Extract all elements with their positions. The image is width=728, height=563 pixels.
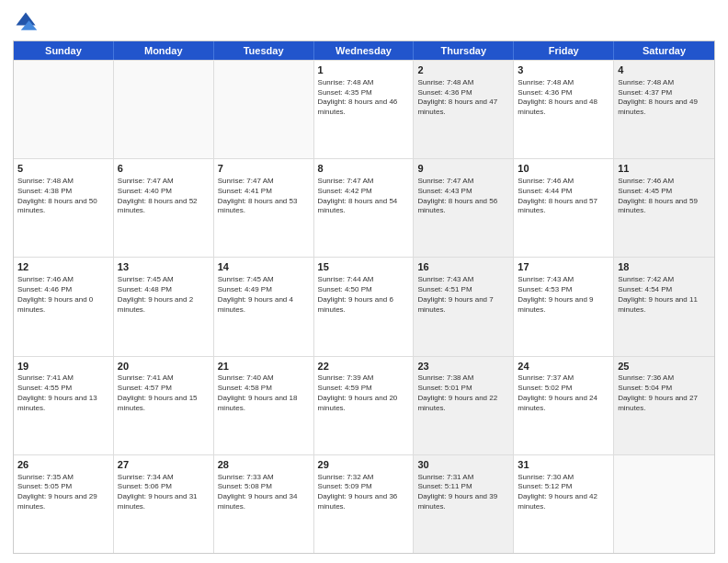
calendar-cell: 3Sunrise: 7:48 AM Sunset: 4:36 PM Daylig… [514,61,614,158]
calendar-cell [614,455,714,553]
calendar-row-3: 19Sunrise: 7:41 AM Sunset: 4:55 PM Dayli… [14,356,714,454]
calendar-row-1: 5Sunrise: 7:48 AM Sunset: 4:38 PM Daylig… [14,158,714,257]
calendar-cell: 9Sunrise: 7:47 AM Sunset: 4:43 PM Daylig… [414,159,514,257]
calendar: SundayMondayTuesdayWednesdayThursdayFrid… [13,40,715,554]
calendar-cell: 26Sunrise: 7:35 AM Sunset: 5:05 PM Dayli… [14,455,114,553]
cell-info: Sunrise: 7:47 AM Sunset: 4:40 PM Dayligh… [118,177,210,216]
cell-info: Sunrise: 7:48 AM Sunset: 4:35 PM Dayligh… [318,78,410,118]
day-number: 6 [118,162,210,176]
logo-icon [13,9,39,35]
day-number: 1 [318,63,410,77]
cell-info: Sunrise: 7:47 AM Sunset: 4:43 PM Dayligh… [417,177,509,216]
day-number: 29 [318,458,410,472]
calendar-cell: 10Sunrise: 7:46 AM Sunset: 4:44 PM Dayli… [514,159,614,257]
day-number: 20 [118,360,210,373]
day-number: 28 [218,458,310,472]
day-number: 18 [618,260,711,274]
cell-info: Sunrise: 7:48 AM Sunset: 4:38 PM Dayligh… [17,177,109,216]
calendar-cell: 28Sunrise: 7:33 AM Sunset: 5:08 PM Dayli… [214,455,314,553]
cell-info: Sunrise: 7:46 AM Sunset: 4:44 PM Dayligh… [518,177,609,216]
calendar-cell: 23Sunrise: 7:38 AM Sunset: 5:01 PM Dayli… [414,357,514,454]
calendar-cell: 21Sunrise: 7:40 AM Sunset: 4:58 PM Dayli… [214,357,314,454]
cell-info: Sunrise: 7:39 AM Sunset: 4:59 PM Dayligh… [318,373,410,413]
cell-info: Sunrise: 7:48 AM Sunset: 4:36 PM Dayligh… [417,78,509,118]
day-number: 19 [17,360,109,373]
calendar-cell: 31Sunrise: 7:30 AM Sunset: 5:12 PM Dayli… [514,455,614,553]
cell-info: Sunrise: 7:40 AM Sunset: 4:58 PM Dayligh… [218,373,310,413]
day-number: 14 [218,260,310,274]
cell-info: Sunrise: 7:42 AM Sunset: 4:54 PM Dayligh… [618,275,711,315]
cell-info: Sunrise: 7:45 AM Sunset: 4:48 PM Dayligh… [118,275,210,315]
calendar-cell: 25Sunrise: 7:36 AM Sunset: 5:04 PM Dayli… [614,357,714,454]
weekday-header-thursday: Thursday [414,41,514,60]
cell-info: Sunrise: 7:30 AM Sunset: 5:12 PM Dayligh… [518,473,609,512]
cell-info: Sunrise: 7:46 AM Sunset: 4:46 PM Dayligh… [17,275,109,315]
calendar-cell: 20Sunrise: 7:41 AM Sunset: 4:57 PM Dayli… [114,357,214,454]
day-number: 24 [518,360,609,373]
calendar-header: SundayMondayTuesdayWednesdayThursdayFrid… [14,41,714,60]
day-number: 13 [118,260,210,274]
cell-info: Sunrise: 7:44 AM Sunset: 4:50 PM Dayligh… [318,275,410,315]
calendar-row-2: 12Sunrise: 7:46 AM Sunset: 4:46 PM Dayli… [14,257,714,355]
day-number: 25 [618,360,711,373]
calendar-cell: 18Sunrise: 7:42 AM Sunset: 4:54 PM Dayli… [614,258,714,355]
calendar-cell: 7Sunrise: 7:47 AM Sunset: 4:41 PM Daylig… [214,159,314,257]
cell-info: Sunrise: 7:41 AM Sunset: 4:57 PM Dayligh… [118,373,210,413]
calendar-cell: 13Sunrise: 7:45 AM Sunset: 4:48 PM Dayli… [114,258,214,355]
weekday-header-sunday: Sunday [14,41,114,60]
day-number: 11 [618,162,711,176]
weekday-header-wednesday: Wednesday [314,41,415,60]
calendar-cell: 27Sunrise: 7:34 AM Sunset: 5:06 PM Dayli… [114,455,214,553]
day-number: 31 [518,458,609,472]
cell-info: Sunrise: 7:47 AM Sunset: 4:41 PM Dayligh… [218,177,310,216]
calendar-cell: 17Sunrise: 7:43 AM Sunset: 4:53 PM Dayli… [514,258,614,355]
logo [13,9,42,35]
weekday-header-tuesday: Tuesday [214,41,314,60]
cell-info: Sunrise: 7:33 AM Sunset: 5:08 PM Dayligh… [218,473,310,512]
day-number: 8 [318,162,410,176]
day-number: 26 [17,458,109,472]
day-number: 16 [417,260,509,274]
cell-info: Sunrise: 7:41 AM Sunset: 4:55 PM Dayligh… [17,373,109,413]
cell-info: Sunrise: 7:32 AM Sunset: 5:09 PM Dayligh… [318,473,410,512]
cell-info: Sunrise: 7:31 AM Sunset: 5:11 PM Dayligh… [417,473,509,512]
calendar-cell: 19Sunrise: 7:41 AM Sunset: 4:55 PM Dayli… [14,357,114,454]
cell-info: Sunrise: 7:38 AM Sunset: 5:01 PM Dayligh… [417,373,509,413]
day-number: 2 [417,63,509,77]
svg-marker-0 [17,13,36,26]
cell-info: Sunrise: 7:36 AM Sunset: 5:04 PM Dayligh… [618,373,711,413]
calendar-cell: 29Sunrise: 7:32 AM Sunset: 5:09 PM Dayli… [314,455,415,553]
cell-info: Sunrise: 7:46 AM Sunset: 4:45 PM Dayligh… [618,177,711,216]
weekday-header-friday: Friday [514,41,614,60]
calendar-cell: 16Sunrise: 7:43 AM Sunset: 4:51 PM Dayli… [414,258,514,355]
page: SundayMondayTuesdayWednesdayThursdayFrid… [0,0,728,563]
calendar-body: 1Sunrise: 7:48 AM Sunset: 4:35 PM Daylig… [14,60,714,553]
calendar-cell: 11Sunrise: 7:46 AM Sunset: 4:45 PM Dayli… [614,159,714,257]
weekday-header-saturday: Saturday [614,41,714,60]
cell-info: Sunrise: 7:45 AM Sunset: 4:49 PM Dayligh… [218,275,310,315]
calendar-cell: 6Sunrise: 7:47 AM Sunset: 4:40 PM Daylig… [114,159,214,257]
day-number: 30 [417,458,509,472]
cell-info: Sunrise: 7:48 AM Sunset: 4:37 PM Dayligh… [618,78,711,118]
header [13,9,715,35]
cell-info: Sunrise: 7:34 AM Sunset: 5:06 PM Dayligh… [118,473,210,512]
day-number: 17 [518,260,609,274]
day-number: 15 [318,260,410,274]
calendar-cell: 12Sunrise: 7:46 AM Sunset: 4:46 PM Dayli… [14,258,114,355]
day-number: 21 [218,360,310,373]
calendar-cell: 15Sunrise: 7:44 AM Sunset: 4:50 PM Dayli… [314,258,415,355]
calendar-cell: 2Sunrise: 7:48 AM Sunset: 4:36 PM Daylig… [414,61,514,158]
cell-info: Sunrise: 7:43 AM Sunset: 4:53 PM Dayligh… [518,275,609,315]
day-number: 4 [618,63,711,77]
day-number: 5 [17,162,109,176]
calendar-cell [14,61,114,158]
cell-info: Sunrise: 7:37 AM Sunset: 5:02 PM Dayligh… [518,373,609,413]
calendar-cell: 30Sunrise: 7:31 AM Sunset: 5:11 PM Dayli… [414,455,514,553]
day-number: 23 [417,360,509,373]
cell-info: Sunrise: 7:35 AM Sunset: 5:05 PM Dayligh… [17,473,109,512]
day-number: 3 [518,63,609,77]
cell-info: Sunrise: 7:47 AM Sunset: 4:42 PM Dayligh… [318,177,410,216]
calendar-row-4: 26Sunrise: 7:35 AM Sunset: 5:05 PM Dayli… [14,454,714,553]
calendar-cell: 1Sunrise: 7:48 AM Sunset: 4:35 PM Daylig… [314,61,415,158]
calendar-cell: 4Sunrise: 7:48 AM Sunset: 4:37 PM Daylig… [614,61,714,158]
